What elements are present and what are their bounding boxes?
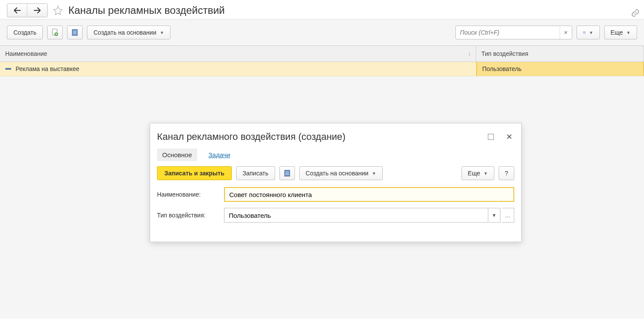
arrow-right-icon (33, 7, 41, 13)
create-button-label: Создать (13, 29, 36, 36)
name-label: Наименование: (157, 191, 224, 198)
save-and-close-label: Записать и закрыть (164, 170, 224, 177)
type-dropdown-button[interactable]: ▼ (488, 208, 500, 223)
cell-type: Пользователь (476, 62, 644, 76)
chevron-down-icon: ▼ (160, 30, 164, 35)
search-clear-button[interactable]: × (560, 26, 572, 39)
save-button[interactable]: Записать (236, 166, 275, 180)
help-button[interactable]: ? (499, 166, 514, 180)
svg-line-7 (585, 33, 586, 34)
table-row[interactable]: Реклама на выставкее Пользователь (0, 62, 644, 76)
chevron-down-icon: ▼ (589, 30, 593, 35)
dialog-create-based-on-button[interactable]: Создать на основании ▼ (299, 166, 383, 180)
list-icon (72, 29, 78, 36)
dialog-toolbar: Записать и закрыть Записать Создать на о… (157, 166, 514, 180)
dialog-maximize-button[interactable] (488, 134, 494, 140)
grid-header: Наименование ↓ Тип воздействия (0, 45, 644, 62)
type-select-wrap: ▼ … (224, 208, 514, 223)
chevron-down-icon: ▼ (626, 30, 631, 35)
tab-tasks[interactable]: Задачи (203, 149, 235, 161)
search-input[interactable] (456, 29, 560, 36)
dialog-create-based-on-label: Создать на основании (306, 170, 368, 177)
create-based-on-label: Создать на основании (93, 29, 156, 36)
page-header: Каналы рекламных воздействий (0, 0, 644, 19)
name-input[interactable] (224, 187, 514, 202)
favorite-star-icon[interactable] (53, 5, 63, 16)
dialog-more-label: Еще (468, 170, 481, 177)
create-based-on-button[interactable]: Создать на основании ▼ (87, 26, 170, 39)
item-icon (5, 68, 11, 70)
tab-main[interactable]: Основное (157, 149, 197, 161)
dialog-close-button[interactable]: ✕ (504, 132, 514, 142)
cell-name-value: Реклама на выставкее (16, 65, 79, 72)
type-browse-button[interactable]: … (502, 208, 514, 223)
type-label: Тип воздействия: (157, 212, 224, 219)
type-input[interactable] (224, 208, 488, 223)
arrow-left-icon (13, 7, 21, 13)
svg-point-6 (583, 32, 585, 33)
link-icon[interactable] (631, 9, 640, 17)
page-title: Каналы рекламных воздействий (68, 4, 225, 16)
search-field-wrap: × (455, 26, 572, 39)
create-copy-button[interactable] (47, 26, 63, 39)
main-toolbar: Создать Создать на основании ▼ × ▼ Еще (0, 19, 644, 45)
column-header-name-label: Наименование (5, 50, 47, 57)
more-button-label: Еще (611, 29, 623, 36)
more-button[interactable]: Еще ▼ (604, 26, 637, 39)
column-header-type-label: Тип воздействия (481, 50, 528, 57)
nav-buttons (7, 3, 48, 17)
help-button-label: ? (505, 170, 508, 177)
nav-back-button[interactable] (7, 4, 27, 17)
dialog-list-button[interactable] (279, 166, 295, 180)
chevron-down-icon: ▼ (372, 171, 376, 176)
dialog-title: Канал рекламного воздействия (создание) (157, 131, 488, 142)
nav-forward-button[interactable] (27, 4, 47, 17)
form-row-type: Тип воздействия: ▼ … (157, 208, 514, 223)
new-doc-icon (51, 29, 58, 36)
create-button[interactable]: Создать (7, 26, 43, 39)
search-button[interactable]: ▼ (577, 26, 600, 39)
dialog-header: Канал рекламного воздействия (создание) … (157, 131, 514, 142)
sort-indicator-icon: ↓ (468, 51, 471, 57)
search-icon (583, 29, 586, 36)
save-button-label: Записать (243, 170, 269, 177)
dialog-more-button[interactable]: Еще ▼ (461, 166, 494, 180)
cell-type-value: Пользователь (482, 65, 522, 72)
chevron-down-icon: ▼ (484, 171, 488, 176)
form-row-name: Наименование: (157, 187, 514, 202)
dialog-tabs: Основное Задачи (157, 149, 514, 161)
column-header-type[interactable]: Тип воздействия (476, 46, 644, 61)
column-header-name[interactable]: Наименование ↓ (0, 46, 476, 61)
create-dialog: Канал рекламного воздействия (создание) … (150, 123, 522, 242)
list-view-button[interactable] (67, 26, 83, 39)
save-and-close-button[interactable]: Записать и закрыть (157, 166, 232, 180)
cell-name: Реклама на выставкее (0, 62, 476, 76)
list-icon (284, 170, 290, 177)
